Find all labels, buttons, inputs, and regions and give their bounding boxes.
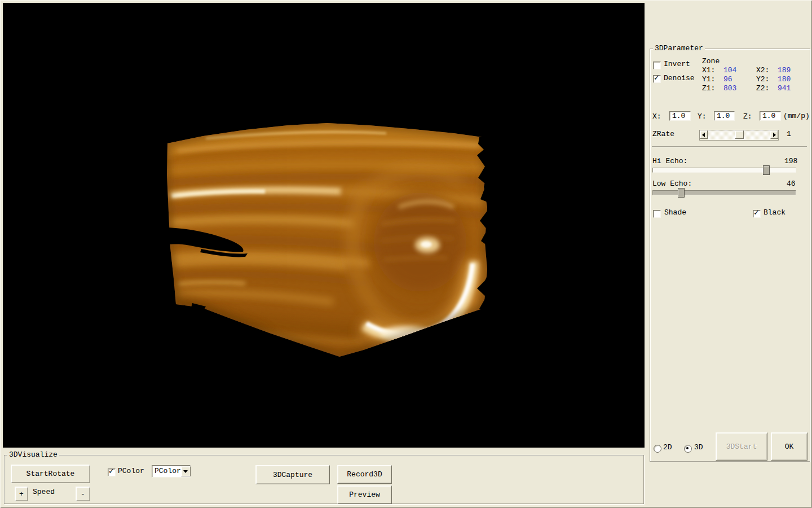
pcolor-select-dropdown-button[interactable] <box>181 466 191 476</box>
pcolor-select-value: PColor <box>152 466 181 476</box>
low-echo-value: 46 <box>787 180 796 188</box>
start-rotate-button[interactable]: StartRotate <box>11 465 90 483</box>
scale-z-input[interactable] <box>760 111 781 121</box>
denoise-checkbox[interactable]: ✓ <box>653 75 661 83</box>
visualize-groupbox: 3DVisualize StartRotate + Speed - ✓ PCol… <box>4 455 644 504</box>
zone-y1-label: Y1: <box>702 76 715 84</box>
shade-checkbox[interactable] <box>653 210 661 218</box>
scale-z-label: Z: <box>743 113 752 121</box>
hi-echo-slider-track[interactable] <box>652 168 796 173</box>
low-echo-slider-track[interactable] <box>652 190 796 195</box>
render-viewport[interactable] <box>3 3 645 448</box>
speed-minus-button[interactable]: - <box>76 487 90 501</box>
zone-z1-value: 803 <box>723 85 736 93</box>
zone-title: Zone <box>702 58 720 65</box>
zrate-scroll-right-button[interactable] <box>770 130 778 139</box>
scale-unit-label: (mm/p) <box>783 112 810 120</box>
radio-selected-dot <box>686 447 689 449</box>
speed-plus-button[interactable]: + <box>15 487 28 501</box>
visualize-groupbox-title: 3DVisualize <box>7 451 59 459</box>
pcolor-checkbox[interactable]: ✓ <box>108 468 116 476</box>
pcolor-check-glyph: ✓ <box>108 467 114 475</box>
record-3d-button[interactable]: Record3D <box>337 465 392 484</box>
shade-label: Shade <box>664 209 686 217</box>
zone-y2-value: 180 <box>778 76 791 84</box>
black-checkbox[interactable]: ✓ <box>753 210 761 218</box>
dropdown-arrow-icon <box>183 470 188 475</box>
low-echo-slider-thumb[interactable] <box>678 188 685 198</box>
denoise-label: Denoise <box>664 75 695 82</box>
zrate-scroll-left-button[interactable] <box>700 130 708 139</box>
zone-x1-label: X1: <box>702 67 715 75</box>
scale-y-input[interactable] <box>714 111 735 121</box>
parameter-groupbox: 3DParameter Invert ✓ Denoise Zone X1: 10… <box>650 49 810 462</box>
hi-echo-slider-thumb[interactable] <box>763 165 770 175</box>
preview-button[interactable]: Preview <box>337 485 392 504</box>
black-label: Black <box>764 209 785 217</box>
invert-checkbox[interactable] <box>653 62 661 69</box>
denoise-check-glyph: ✓ <box>654 74 660 82</box>
app-window: 3DParameter Invert ✓ Denoise Zone X1: 10… <box>0 0 812 508</box>
zrate-label: ZRate <box>652 130 674 138</box>
panel-separator <box>652 146 807 147</box>
pcolor-label: PColor <box>118 467 144 475</box>
zone-z2-value: 941 <box>778 85 791 93</box>
parameter-groupbox-title: 3DParameter <box>653 45 705 52</box>
volume-render <box>3 3 645 448</box>
ok-button[interactable]: OK <box>771 432 807 461</box>
mode-2d-radio[interactable] <box>654 445 661 453</box>
zone-x2-label: X2: <box>756 67 769 75</box>
zone-x1-value: 104 <box>723 67 736 75</box>
zrate-scroll-track[interactable] <box>708 130 770 140</box>
zone-y2-label: Y2: <box>756 76 769 84</box>
hi-echo-label: Hi Echo: <box>652 157 687 165</box>
invert-label: Invert <box>664 60 690 68</box>
pcolor-select[interactable]: PColor <box>152 465 191 478</box>
scroll-right-icon <box>773 133 778 137</box>
zone-x2-value: 189 <box>778 67 791 75</box>
zone-z2-label: Z2: <box>756 85 769 93</box>
zrate-scrollbar[interactable] <box>699 130 779 141</box>
scroll-left-icon <box>700 133 705 137</box>
mode-3d-label: 3D <box>694 444 703 452</box>
mode-3d-radio[interactable] <box>684 445 692 453</box>
black-check-glyph: ✓ <box>753 209 760 217</box>
scale-x-input[interactable] <box>669 111 691 121</box>
scale-y-label: Y: <box>698 113 707 121</box>
zone-z1-label: Z1: <box>702 85 715 93</box>
capture-3d-button[interactable]: 3DCapture <box>255 465 330 484</box>
start-3d-button[interactable]: 3DStart <box>716 432 767 461</box>
scale-x-label: X: <box>652 113 661 121</box>
speed-label: Speed <box>33 488 55 496</box>
zone-y1-value: 96 <box>723 76 732 84</box>
zrate-value: 1 <box>787 130 791 138</box>
mode-2d-label: 2D <box>663 444 672 452</box>
zrate-scroll-thumb[interactable] <box>735 130 744 139</box>
hi-echo-value: 198 <box>784 157 797 165</box>
low-echo-label: Low Echo: <box>652 180 692 188</box>
